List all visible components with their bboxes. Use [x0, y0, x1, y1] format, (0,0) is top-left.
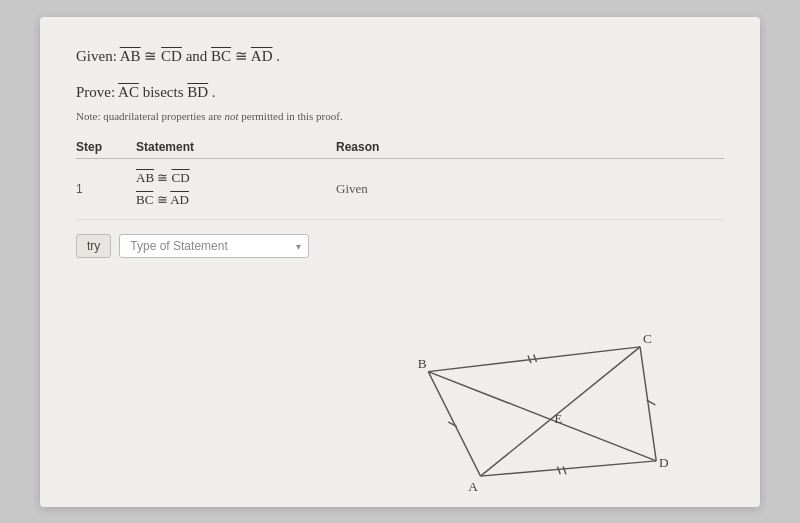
prove-bd: BD: [187, 84, 208, 100]
given-period: .: [276, 48, 280, 64]
label-b: B: [418, 355, 427, 370]
note-line: Note: quadrilateral properties are not p…: [76, 110, 724, 122]
stmt-cong2: ≅: [157, 192, 171, 207]
tick-ab: [448, 421, 457, 426]
statement-cell: AB ≅ CD BC ≅ AD: [136, 167, 336, 211]
try-button[interactable]: try: [76, 234, 111, 258]
label-e: E: [555, 411, 563, 425]
given-label: Given:: [76, 48, 120, 64]
tick-ad-1: [557, 466, 560, 474]
geometry-diagram: B C D A E: [368, 307, 688, 497]
stmt-ab: AB: [136, 170, 154, 185]
given-ad: AD: [251, 48, 273, 64]
prove-label: Prove:: [76, 84, 118, 100]
prove-bisects: bisects: [143, 84, 188, 100]
table-header: Step Statement Reason: [76, 140, 724, 159]
given-cd: CD: [161, 48, 182, 64]
type-of-statement-select[interactable]: Type of Statement: [119, 234, 309, 258]
given-ab: AB: [120, 48, 141, 64]
edge-da: [481, 460, 657, 475]
diagram-svg: B C D A E: [368, 307, 688, 497]
edge-ab: [428, 371, 480, 476]
type-dropdown-wrapper[interactable]: Type of Statement ▾: [119, 234, 309, 258]
proof-table: Step Statement Reason 1 AB ≅ CD BC ≅ AD …: [76, 140, 724, 220]
tick-ad-2: [563, 466, 566, 474]
prove-period: .: [212, 84, 216, 100]
note-not: not: [224, 110, 238, 122]
table-row: 1 AB ≅ CD BC ≅ AD Given: [76, 159, 724, 220]
label-d: D: [659, 454, 669, 469]
prove-ac: AC: [118, 84, 139, 100]
stmt-cd: CD: [172, 170, 190, 185]
header-statement: Statement: [136, 140, 336, 154]
given-cong1: ≅: [144, 48, 161, 64]
reason-cell: Given: [336, 181, 516, 197]
header-step: Step: [76, 140, 136, 154]
edge-bc: [428, 346, 640, 371]
header-reason: Reason: [336, 140, 516, 154]
tick-bc-2: [534, 354, 537, 362]
given-cong2: ≅: [235, 48, 251, 64]
note-text1: Note: quadrilateral properties are: [76, 110, 224, 122]
statement-line2: BC ≅ AD: [136, 189, 336, 211]
diagonal-bd: [428, 371, 656, 460]
given-bc: BC: [211, 48, 231, 64]
given-and: and: [186, 48, 211, 64]
input-row: try Type of Statement ▾: [76, 234, 724, 258]
label-c: C: [643, 331, 652, 346]
given-line: Given: AB ≅ CD and BC ≅ AD .: [76, 45, 724, 68]
statement-line1: AB ≅ CD: [136, 167, 336, 189]
stmt-bc: BC: [136, 192, 153, 207]
note-text2: permitted in this proof.: [241, 110, 342, 122]
label-a: A: [468, 479, 478, 494]
prove-line: Prove: AC bisects BD .: [76, 81, 724, 104]
stmt-ad: AD: [170, 192, 189, 207]
main-page: Given: AB ≅ CD and BC ≅ AD . Prove: AC b…: [40, 17, 760, 507]
stmt-cong1: ≅: [157, 170, 171, 185]
step-number: 1: [76, 182, 136, 196]
